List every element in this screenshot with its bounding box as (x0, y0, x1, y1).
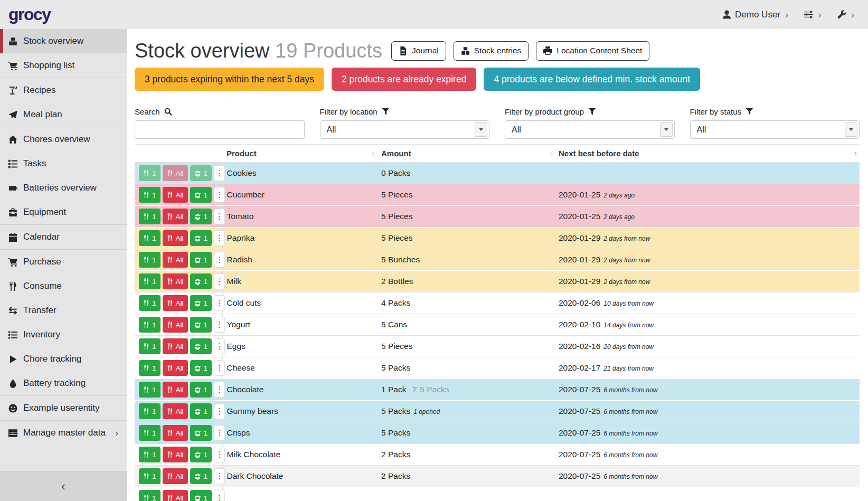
sidebar-item-manage-master-data[interactable]: Manage master data› (0, 421, 127, 445)
sidebar-item-stock-overview[interactable]: Stock overview (0, 29, 127, 53)
sort-icon[interactable]: ↑↓ (549, 150, 552, 157)
consume-all-button[interactable]: All (163, 187, 188, 203)
consume-one-button[interactable]: 1 (139, 490, 161, 501)
consume-one-button[interactable]: 1 (139, 338, 161, 354)
column-header-product[interactable]: Product↑↓ (222, 145, 377, 163)
row-menu-button[interactable]: ⋮ (214, 382, 225, 398)
sort-icon[interactable]: ↑↓ (371, 150, 375, 157)
consume-all-button[interactable]: All (163, 252, 188, 268)
row-menu-button[interactable]: ⋮ (214, 165, 225, 181)
consume-one-button[interactable]: 1 (139, 273, 161, 289)
sidebar-item-batteries-overview[interactable]: Batteries overview (0, 176, 127, 200)
consume-all-button[interactable]: All (163, 230, 188, 246)
journal-button[interactable]: Journal (391, 41, 446, 61)
open-one-button[interactable]: 1 (190, 338, 212, 354)
consume-all-button[interactable]: All (163, 490, 188, 501)
consume-all-button[interactable]: All (163, 209, 188, 224)
sidebar-item-meal-plan[interactable]: Meal plan (0, 102, 127, 127)
open-one-button[interactable]: 1 (190, 447, 212, 462)
open-one-button[interactable]: 1 (190, 360, 212, 376)
consume-all-button[interactable]: All (163, 382, 188, 398)
sidebar-item-chore-tracking[interactable]: Chore tracking (0, 347, 127, 371)
open-one-button[interactable]: 1 (190, 165, 212, 181)
location-content-sheet-button[interactable]: Location Content Sheet (536, 41, 649, 61)
open-one-button[interactable]: 1 (190, 490, 212, 501)
consume-one-button[interactable]: 1 (139, 209, 161, 224)
consume-one-button[interactable]: 1 (139, 403, 161, 419)
consume-one-button[interactable]: 1 (139, 295, 161, 311)
sidebar-item-example-userentity[interactable]: Example userentity (0, 396, 127, 420)
app-logo[interactable]: grocy (8, 5, 51, 24)
consume-one-button[interactable]: 1 (139, 468, 161, 484)
sort-icon[interactable]: ↑↓ (854, 150, 857, 157)
sidebar-item-tasks[interactable]: Tasks (0, 152, 127, 176)
alert-info[interactable]: 4 products are below defined min. stock … (484, 68, 700, 91)
settings-menu[interactable]: › (804, 10, 821, 20)
open-one-button[interactable]: 1 (190, 468, 212, 484)
column-header-amount[interactable]: Amount↑↓ (377, 145, 554, 163)
consume-all-button[interactable]: All (163, 295, 188, 311)
open-one-button[interactable]: 1 (190, 273, 212, 289)
consume-all-button[interactable]: All (163, 165, 188, 181)
column-header-next-best-before-date[interactable]: Next best before date↑↓ (554, 145, 860, 163)
row-menu-button[interactable]: ⋮ (214, 187, 225, 203)
consume-one-button[interactable]: 1 (139, 187, 161, 203)
open-one-button[interactable]: 1 (190, 230, 212, 246)
consume-one-button[interactable]: 1 (139, 382, 161, 398)
sidebar-item-calendar[interactable]: Calendar (0, 225, 127, 249)
row-menu-button[interactable]: ⋮ (214, 317, 225, 333)
filter-by-location-select[interactable]: All (320, 121, 489, 138)
consume-all-button[interactable]: All (163, 403, 188, 419)
row-menu-button[interactable]: ⋮ (214, 425, 225, 441)
alert-warning[interactable]: 3 products expiring within the next 5 da… (135, 68, 324, 91)
consume-one-button[interactable]: 1 (139, 425, 161, 441)
consume-all-button[interactable]: All (163, 447, 188, 462)
admin-menu[interactable]: › (837, 10, 854, 20)
consume-one-button[interactable]: 1 (139, 317, 161, 333)
consume-all-button[interactable]: All (163, 317, 188, 333)
sidebar-item-battery-tracking[interactable]: Battery tracking (0, 371, 127, 395)
open-one-button[interactable]: 1 (190, 382, 212, 398)
row-menu-button[interactable]: ⋮ (214, 403, 225, 419)
row-menu-button[interactable]: ⋮ (214, 447, 225, 462)
row-menu-button[interactable]: ⋮ (214, 230, 225, 246)
open-one-button[interactable]: 1 (190, 295, 212, 311)
open-one-button[interactable]: 1 (190, 209, 212, 224)
user-menu[interactable]: Demo User› (722, 10, 788, 20)
consume-all-button[interactable]: All (163, 360, 188, 376)
consume-all-button[interactable]: All (163, 425, 188, 441)
open-one-button[interactable]: 1 (190, 317, 212, 333)
row-menu-button[interactable]: ⋮ (214, 252, 225, 268)
sidebar-item-inventory[interactable]: Inventory (0, 323, 127, 347)
sidebar-item-equipment[interactable]: Equipment (0, 200, 127, 224)
alert-danger[interactable]: 2 products are already expired (332, 68, 476, 91)
open-one-button[interactable]: 1 (190, 425, 212, 441)
consume-one-button[interactable]: 1 (139, 360, 161, 376)
filter-by-status-select[interactable]: All (691, 121, 860, 138)
consume-all-button[interactable]: All (163, 273, 188, 289)
filter-by-product-group-select[interactable]: All (505, 121, 674, 138)
row-menu-button[interactable]: ⋮ (214, 295, 225, 311)
consume-one-button[interactable]: 1 (139, 447, 161, 462)
open-one-button[interactable]: 1 (190, 403, 212, 419)
sidebar-item-transfer[interactable]: Transfer (0, 298, 127, 323)
consume-one-button[interactable]: 1 (139, 165, 161, 181)
stock-entries-button[interactable]: Stock entries (454, 41, 529, 61)
sidebar-item-consume[interactable]: Consume (0, 274, 127, 298)
row-menu-button[interactable]: ⋮ (214, 338, 225, 354)
sidebar-item-recipes[interactable]: Recipes (0, 78, 127, 102)
row-menu-button[interactable]: ⋮ (214, 360, 225, 376)
search-input[interactable] (135, 120, 305, 139)
consume-one-button[interactable]: 1 (139, 230, 161, 246)
sidebar-item-shopping-list[interactable]: Shopping list (0, 53, 127, 78)
sidebar-item-chores-overview[interactable]: Chores overview (0, 127, 127, 152)
row-menu-button[interactable]: ⋮ (214, 273, 225, 289)
row-menu-button[interactable]: ⋮ (214, 209, 225, 224)
consume-all-button[interactable]: All (163, 468, 188, 484)
open-one-button[interactable]: 1 (190, 252, 212, 268)
consume-one-button[interactable]: 1 (139, 252, 161, 268)
sidebar-collapse-button[interactable]: ‹ (0, 471, 127, 501)
sidebar-item-purchase[interactable]: Purchase (0, 250, 127, 274)
consume-all-button[interactable]: All (163, 338, 188, 354)
row-menu-button[interactable]: ⋮ (214, 468, 225, 484)
